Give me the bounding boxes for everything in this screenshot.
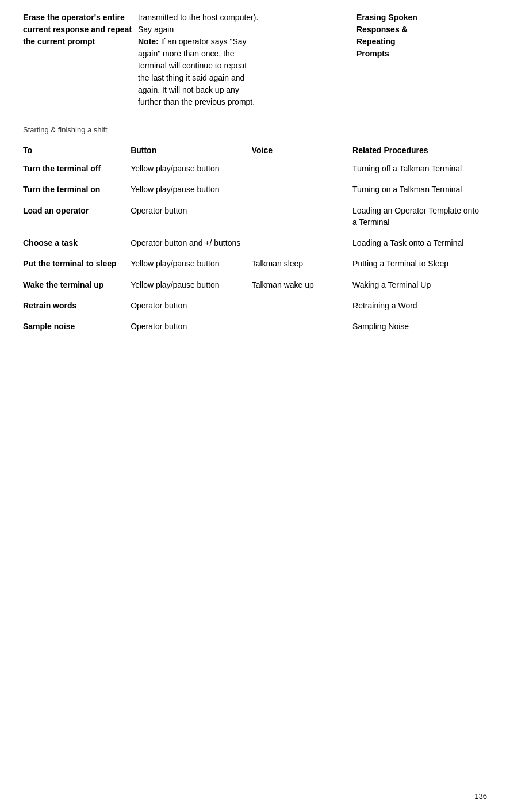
cell-to: Put the terminal to sleep — [23, 254, 131, 275]
table-row: Put the terminal to sleepYellow play/pau… — [23, 254, 487, 275]
top-col2-intro: transmitted to the host computer). Say a… — [138, 12, 259, 108]
cell-related: Putting a Terminal to Sleep — [352, 254, 487, 275]
header-related: Related Procedures — [352, 143, 487, 159]
cell-button: Yellow play/pause button — [131, 180, 252, 201]
cell-to: Sample noise — [23, 317, 131, 338]
main-table: To Button Voice Related Procedures Turn … — [23, 143, 487, 338]
related-heading: Erasing Spoken Responses & Repeating Pro… — [356, 12, 487, 60]
cell-to: Choose a task — [23, 234, 131, 254]
cell-related: Loading a Task onto a Terminal — [352, 234, 487, 254]
section-header: Starting & finishing a shift — [23, 125, 487, 134]
cell-voice — [252, 234, 352, 254]
cell-related: Turning on a Talkman Terminal — [352, 180, 487, 201]
cell-voice — [252, 159, 352, 180]
cell-button: Operator button — [131, 317, 252, 338]
table-row: Load an operatorOperator buttonLoading a… — [23, 201, 487, 234]
cell-to: Turn the terminal off — [23, 159, 131, 180]
cell-voice — [252, 296, 352, 317]
cell-related: Sampling Noise — [352, 317, 487, 338]
cell-button: Operator button — [131, 201, 252, 234]
table-row: Turn the terminal offYellow play/pause b… — [23, 159, 487, 180]
top-col3 — [264, 12, 356, 108]
cell-button: Operator button — [131, 296, 252, 317]
cell-voice — [252, 201, 352, 234]
cell-button: Yellow play/pause button — [131, 159, 252, 180]
table-row: Retrain wordsOperator buttonRetraining a… — [23, 296, 487, 317]
heading2: Responses & — [356, 25, 408, 34]
top-col2: transmitted to the host computer). Say a… — [138, 12, 264, 108]
heading4: Prompts — [356, 49, 389, 58]
cell-related: Turning off a Talkman Terminal — [352, 159, 487, 180]
note-label: Note: — [138, 37, 159, 46]
table-row: Sample noiseOperator buttonSampling Nois… — [23, 317, 487, 338]
table-row: Wake the terminal upYellow play/pause bu… — [23, 276, 487, 296]
page-number: 136 — [474, 792, 487, 800]
cell-voice — [252, 180, 352, 201]
cell-voice: Talkman wake up — [252, 276, 352, 296]
table-header-row: To Button Voice Related Procedures — [23, 143, 487, 159]
cell-to: Retrain words — [23, 296, 131, 317]
cell-button: Yellow play/pause button — [131, 276, 252, 296]
cell-related: Waking a Terminal Up — [352, 276, 487, 296]
cell-to: Turn the terminal on — [23, 180, 131, 201]
cell-to: Load an operator — [23, 201, 131, 234]
cell-related: Loading an Operator Template onto a Term… — [352, 201, 487, 234]
top-col1: Erase the operator's entire current resp… — [23, 12, 138, 108]
header-voice: Voice — [252, 143, 352, 159]
top-col4: Erasing Spoken Responses & Repeating Pro… — [356, 12, 487, 108]
top-col1-text: Erase the operator's entire current resp… — [23, 12, 132, 48]
transmitted-text: transmitted to the host computer). — [138, 13, 258, 22]
cell-button: Operator button and +/ buttons — [131, 234, 252, 254]
cell-related: Retraining a Word — [352, 296, 487, 317]
cell-voice: Talkman sleep — [252, 254, 352, 275]
voice-label: Say again — [138, 25, 174, 34]
heading1: Erasing Spoken — [356, 13, 417, 22]
top-section: Erase the operator's entire current resp… — [23, 12, 487, 108]
cell-button: Yellow play/pause button — [131, 254, 252, 275]
table-row: Turn the terminal onYellow play/pause bu… — [23, 180, 487, 201]
cell-voice — [252, 317, 352, 338]
cell-to: Wake the terminal up — [23, 276, 131, 296]
header-button: Button — [131, 143, 252, 159]
heading3: Repeating — [356, 37, 396, 46]
note-text: If an operator says "Say again" more tha… — [138, 37, 255, 106]
header-to: To — [23, 143, 131, 159]
table-row: Choose a taskOperator button and +/ butt… — [23, 234, 487, 254]
